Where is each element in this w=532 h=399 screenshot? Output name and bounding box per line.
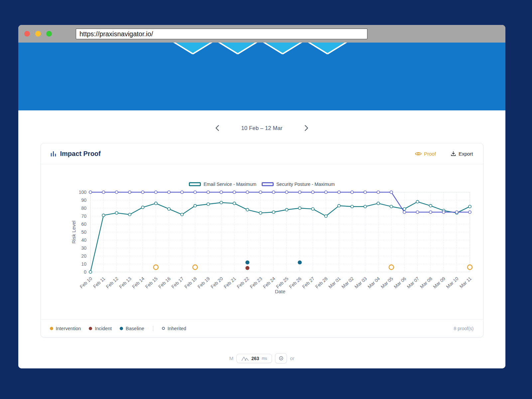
svg-text:Mar 09: Mar 09	[432, 276, 446, 289]
pennant-banner-icon	[216, 43, 259, 55]
series-legend-item[interactable]: Email Service - Maximum	[189, 182, 256, 187]
series-legend-label: Email Service - Maximum	[203, 182, 256, 187]
impact-proof-card: Impact Proof Proof	[41, 143, 483, 337]
svg-text:100: 100	[78, 190, 86, 195]
target-icon	[278, 355, 284, 361]
status-bar: M 263 ms or	[18, 353, 505, 363]
bar-chart-icon	[50, 150, 57, 157]
svg-text:Risk Level: Risk Level	[71, 220, 76, 243]
close-button[interactable]	[24, 31, 30, 37]
browser-window: 10 Feb – 12 Mar	[18, 25, 505, 368]
svg-text:Feb 28: Feb 28	[314, 276, 329, 289]
svg-text:Mar 02: Mar 02	[340, 276, 354, 289]
svg-text:Feb 19: Feb 19	[197, 276, 211, 289]
marker-legend-item: Baseline	[120, 326, 144, 331]
export-button-label: Export	[459, 151, 473, 157]
series-legend-swatch	[189, 182, 201, 186]
traffic-lights	[24, 25, 52, 43]
target-chip[interactable]	[275, 353, 287, 363]
svg-text:Mar 11: Mar 11	[458, 276, 472, 289]
svg-text:Feb 18: Feb 18	[183, 276, 198, 289]
marker-legend-label: Intervention	[56, 326, 81, 331]
svg-text:0: 0	[84, 269, 86, 275]
svg-text:Feb 23: Feb 23	[249, 276, 263, 289]
proof-count: 8 proof(s)	[454, 326, 474, 331]
prev-range-button[interactable]	[213, 124, 221, 132]
export-button[interactable]: Export	[451, 151, 473, 157]
url-bar[interactable]	[76, 29, 367, 39]
svg-text:Date: Date	[275, 289, 285, 294]
svg-text:Feb 16: Feb 16	[157, 276, 171, 289]
svg-text:Mar 10: Mar 10	[445, 276, 459, 289]
latency-chip[interactable]: 263 ms	[236, 354, 272, 363]
series-legend: Email Service - MaximumSecurity Posture …	[41, 182, 483, 187]
svg-text:Feb 25: Feb 25	[275, 276, 289, 289]
svg-text:Feb 12: Feb 12	[105, 276, 119, 289]
inherited-marker-icon	[162, 327, 165, 330]
pennant-banner-icon	[306, 43, 349, 55]
marker-legend-label: Inherited	[168, 326, 186, 331]
incident-marker-icon	[89, 327, 92, 330]
svg-text:Feb 13: Feb 13	[118, 276, 132, 289]
impact-chart: 0102030405060708090100Feb 10Feb 11Feb 12…	[41, 164, 484, 319]
svg-text:Feb 24: Feb 24	[262, 276, 276, 289]
svg-text:Mar 05: Mar 05	[379, 276, 394, 289]
svg-text:30: 30	[81, 245, 86, 251]
svg-text:Mar 03: Mar 03	[353, 276, 368, 289]
marker-legend-label: Baseline	[126, 326, 144, 331]
svg-text:Feb 20: Feb 20	[209, 276, 224, 289]
marker-legend-item: Inherited	[162, 326, 186, 331]
svg-text:Mar 08: Mar 08	[419, 276, 433, 289]
svg-text:Mar 07: Mar 07	[406, 276, 420, 289]
svg-text:90: 90	[81, 198, 86, 203]
svg-text:60: 60	[81, 221, 86, 227]
intervention-marker-icon	[50, 327, 53, 330]
svg-text:70: 70	[81, 213, 86, 219]
svg-text:Mar 04: Mar 04	[366, 276, 381, 289]
marker-legend-label: Incident	[95, 326, 112, 331]
series-legend-label: Security Posture - Maximum	[276, 182, 335, 187]
pennant-banner-icon	[261, 43, 304, 55]
legend-divider	[153, 326, 153, 331]
eye-icon	[415, 151, 422, 156]
status-text-left: M	[229, 355, 233, 361]
series-legend-swatch	[262, 182, 274, 186]
svg-text:Feb 22: Feb 22	[236, 276, 250, 289]
card-title: Impact Proof	[60, 150, 101, 158]
minimize-button[interactable]	[35, 31, 41, 37]
svg-text:Mar 06: Mar 06	[393, 276, 407, 289]
pennant-row	[171, 43, 349, 55]
pennant-banner-icon	[171, 43, 214, 55]
hero-banner	[18, 43, 505, 110]
svg-text:10: 10	[81, 261, 86, 267]
maximize-button[interactable]	[46, 31, 52, 37]
marker-legend-item: Incident	[89, 326, 112, 331]
svg-text:Feb 15: Feb 15	[144, 276, 158, 289]
svg-text:Feb 11: Feb 11	[92, 276, 106, 289]
card-actions: Proof Export	[415, 151, 473, 157]
svg-text:Feb 21: Feb 21	[222, 276, 237, 289]
svg-text:40: 40	[81, 237, 86, 243]
browser-chrome-bar	[18, 25, 505, 43]
card-header: Impact Proof Proof	[41, 143, 483, 164]
proof-button[interactable]: Proof	[415, 151, 436, 157]
svg-text:Feb 17: Feb 17	[170, 276, 185, 289]
latency-unit: ms	[262, 356, 267, 361]
chevron-left-icon	[215, 127, 219, 132]
page-content: 10 Feb – 12 Mar	[18, 110, 505, 368]
svg-text:Feb 26: Feb 26	[288, 276, 302, 289]
chart-area: Email Service - MaximumSecurity Posture …	[41, 164, 483, 319]
svg-text:Feb 10: Feb 10	[78, 276, 93, 289]
svg-text:Mar 01: Mar 01	[327, 276, 341, 289]
mountain-icon	[241, 356, 249, 361]
latency-value: 263	[251, 356, 259, 361]
next-range-button[interactable]	[303, 124, 310, 132]
svg-text:50: 50	[81, 229, 86, 235]
card-footer: InterventionIncidentBaselineInherited 8 …	[41, 319, 483, 337]
card-title-group: Impact Proof	[50, 150, 101, 158]
baseline-marker-icon	[120, 327, 123, 330]
series-legend-item[interactable]: Security Posture - Maximum	[262, 182, 335, 187]
date-range-nav: 10 Feb – 12 Mar	[18, 110, 505, 132]
download-icon	[451, 151, 456, 157]
chevron-right-icon	[305, 127, 308, 132]
